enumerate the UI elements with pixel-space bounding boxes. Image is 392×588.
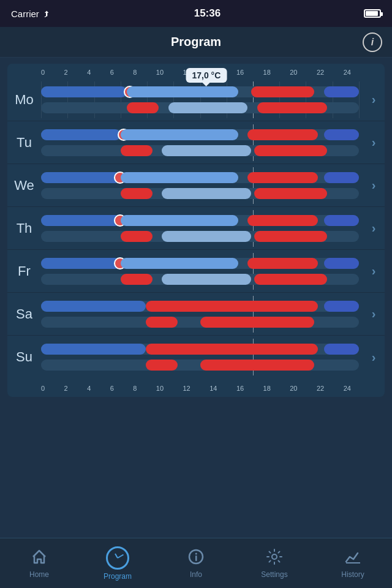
chevron-sa[interactable]: › (365, 307, 382, 321)
bottom-time-axis: 0 2 4 6 8 10 12 14 16 18 20 22 24 (7, 381, 385, 392)
tab-bar: Home Program Info Setti (0, 538, 392, 588)
chevron-tu[interactable]: › (365, 135, 382, 149)
chevron-fr[interactable]: › (365, 264, 382, 278)
main-content: 0 2 4 6 8 10 12 14 16 18 20 22 24 Mo (0, 58, 392, 538)
chevron-th[interactable]: › (365, 221, 382, 235)
carrier-label: Carrier (11, 9, 39, 19)
battery-fill (366, 11, 378, 16)
home-icon (31, 548, 48, 568)
day-chart-su (41, 339, 359, 375)
day-label-we: We (7, 178, 41, 194)
day-label-su: Su (7, 349, 41, 365)
status-left: Carrier ⮭︎ (11, 9, 51, 19)
tab-home[interactable]: Home (0, 538, 78, 588)
svg-point-3 (272, 554, 277, 559)
wifi-icon: ⮭︎ (43, 9, 51, 18)
chevron-we[interactable]: › (365, 178, 382, 192)
tab-history[interactable]: History (314, 538, 392, 588)
battery-icon (364, 9, 381, 18)
day-row-fr[interactable]: Fr › (7, 250, 385, 293)
tab-info-label: Info (190, 570, 202, 579)
tab-program-label: Program (104, 572, 132, 581)
clock-icon (106, 546, 129, 570)
nav-bar: Program i (0, 27, 392, 58)
day-chart-fr (41, 253, 359, 290)
bottom-time-labels: 0 2 4 6 8 10 12 14 16 18 20 22 24 (41, 385, 351, 392)
tab-home-label: Home (29, 570, 49, 579)
day-row-tu[interactable]: Tu › (7, 121, 385, 164)
tab-settings-label: Settings (261, 570, 287, 579)
svg-rect-1 (195, 556, 197, 561)
chevron-mo[interactable]: › (365, 92, 382, 107)
day-chart-sa (41, 296, 359, 333)
day-chart-tu (41, 124, 359, 161)
svg-point-2 (195, 552, 197, 554)
day-chart-we (41, 167, 359, 204)
day-row-we[interactable]: We › (7, 164, 385, 207)
tab-history-label: History (341, 570, 364, 579)
tab-settings[interactable]: Settings (235, 538, 314, 588)
day-row-th[interactable]: Th › (7, 207, 385, 250)
tab-info[interactable]: Info (157, 538, 235, 588)
page-title: Program (171, 35, 221, 49)
history-icon (344, 548, 361, 568)
day-row-mo[interactable]: Mo (7, 78, 385, 121)
tooltip-mo: 17,0 °C (186, 68, 227, 83)
day-chart-th (41, 210, 359, 247)
status-time: 15:36 (194, 7, 221, 20)
day-label-sa: Sa (7, 306, 41, 322)
day-row-su[interactable]: Su › (7, 336, 385, 379)
day-label-fr: Fr (7, 263, 41, 279)
info-icon (187, 548, 205, 568)
day-label-tu: Tu (7, 135, 41, 151)
settings-icon (266, 548, 283, 568)
tab-program[interactable]: Program (78, 538, 157, 588)
day-row-sa[interactable]: Sa › (7, 293, 385, 336)
chevron-su[interactable]: › (365, 350, 382, 364)
day-label-th: Th (7, 221, 41, 236)
chart-area: 0 2 4 6 8 10 12 14 16 18 20 22 24 Mo (7, 64, 385, 397)
day-chart-mo: 17,0 °C (41, 81, 359, 118)
status-bar: Carrier ⮭︎ 15:36 (0, 0, 392, 27)
day-label-mo: Mo (7, 92, 41, 108)
info-button[interactable]: i (363, 32, 382, 52)
